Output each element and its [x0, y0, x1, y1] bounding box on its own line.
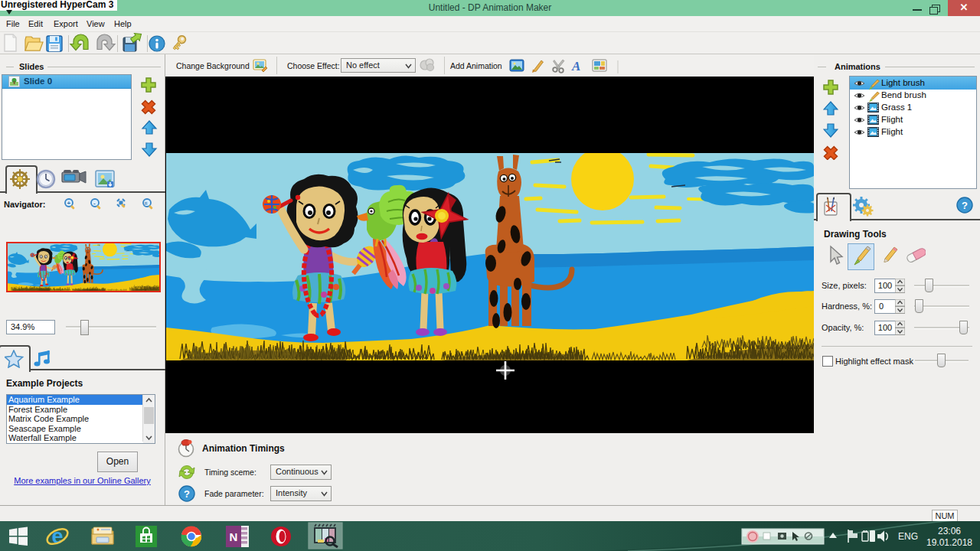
svg-text:23:06: 23:06 [938, 526, 961, 536]
svg-text:ENG: ENG [898, 531, 918, 542]
svg-text:=: = [145, 201, 148, 206]
svg-text:N: N [230, 530, 238, 543]
svg-text:-: - [93, 200, 96, 207]
svg-text:+: + [67, 200, 71, 207]
svg-text:A: A [571, 59, 580, 73]
svg-text:?: ? [184, 488, 190, 500]
svg-text:?: ? [962, 200, 968, 211]
svg-text:19.01.2018: 19.01.2018 [926, 537, 972, 548]
